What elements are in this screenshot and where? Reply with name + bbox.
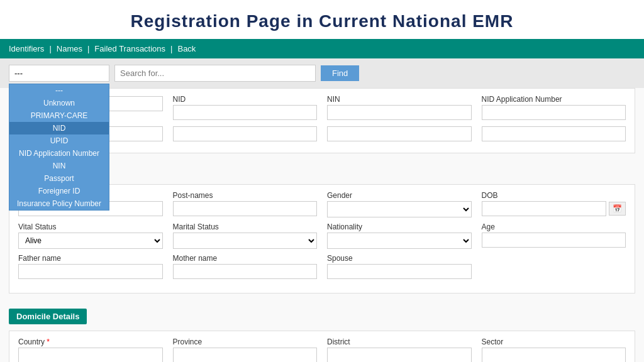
menu-item-unknown[interactable]: Unknown: [9, 97, 109, 109]
spouse-label: Spouse: [327, 254, 472, 263]
post-names-group: Post-names: [173, 191, 318, 217]
age-input[interactable]: [482, 233, 626, 248]
spouse-input[interactable]: [327, 264, 472, 279]
find-button[interactable]: Find: [321, 65, 359, 81]
id-group-nin: NIN: [327, 95, 472, 120]
dob-wrap: 📅: [482, 201, 626, 216]
gender-group: Gender Male Female: [327, 191, 472, 217]
personal-row-2: Vital Status Alive Dead Marital Status S…: [18, 222, 626, 249]
identifier-type-select[interactable]: ---: [9, 65, 109, 82]
vital-status-group: Vital Status Alive Dead: [18, 222, 163, 249]
domicile-district-label: District: [327, 337, 472, 346]
domicile-province-group: Province: [173, 337, 318, 362]
mother-name-input[interactable]: [173, 264, 318, 279]
id-input-nin[interactable]: [327, 105, 472, 120]
id-label-nid-app: NID Application Number: [482, 95, 626, 104]
gender-label: Gender: [327, 191, 472, 200]
domicile-province-input[interactable]: [173, 348, 318, 362]
nationality-select[interactable]: Rwandan Other: [327, 233, 472, 249]
dob-group: DOB 📅: [482, 191, 626, 217]
id-group-nid: NID: [173, 95, 318, 120]
domicile-country-input[interactable]: [18, 348, 163, 362]
id-label-nin: NIN: [327, 95, 472, 104]
post-names-label: Post-names: [173, 191, 318, 200]
nav-identifiers[interactable]: Identifiers: [9, 44, 44, 53]
id-label-nid: NID: [173, 95, 318, 104]
age-label: Age: [482, 222, 626, 231]
domicile-sector-input[interactable]: [482, 348, 626, 362]
father-name-input[interactable]: [18, 264, 163, 279]
id-input-nid-app[interactable]: [482, 105, 626, 120]
menu-item-nid[interactable]: NID: [9, 122, 109, 134]
calendar-icon[interactable]: 📅: [609, 202, 626, 216]
id-group-empty4: [327, 125, 472, 141]
domicile-row-1: Country * Province District Sector: [18, 337, 626, 362]
marital-status-select[interactable]: Single Married Divorced Widowed: [173, 233, 318, 249]
id-input-empty5[interactable]: [482, 126, 626, 141]
nav-failed-transactions[interactable]: Failed Transactions: [94, 44, 165, 53]
domicile-sector-group: Sector: [482, 337, 626, 362]
domicile-details-block: Country * Province District Sector: [9, 331, 635, 362]
personal-row-3: Father name Mother name Spouse: [18, 254, 626, 279]
dob-label: DOB: [482, 191, 626, 200]
spouse-group: Spouse: [327, 254, 472, 279]
father-name-label: Father name: [18, 254, 163, 263]
domicile-country-group: Country *: [18, 337, 163, 362]
search-input[interactable]: [114, 65, 316, 82]
nav-sep-2: |: [82, 44, 94, 53]
nationality-group: Nationality Rwandan Other: [327, 222, 472, 249]
dob-input[interactable]: [482, 201, 607, 216]
id-input-nid[interactable]: [173, 105, 318, 120]
marital-status-group: Marital Status Single Married Divorced W…: [173, 222, 318, 249]
nav-bar: Identifiers | Names | Failed Transaction…: [0, 39, 644, 58]
domicile-country-label: Country *: [18, 337, 163, 346]
menu-item-insurance[interactable]: Insurance Policy Number: [9, 197, 109, 210]
domicile-district-group: District: [327, 337, 472, 362]
menu-item-blank[interactable]: ---: [9, 84, 109, 97]
id-group-empty3: [173, 125, 318, 141]
nav-back[interactable]: Back: [177, 44, 196, 53]
menu-item-primary-care[interactable]: PRIMARY-CARE: [9, 109, 109, 122]
domicile-details-header: Domicile Details: [9, 309, 87, 324]
dropdown-menu: --- Unknown PRIMARY-CARE NID UPID NID Ap…: [9, 84, 109, 211]
menu-item-passport[interactable]: Passport: [9, 172, 109, 185]
mother-name-group: Mother name: [173, 254, 318, 279]
father-name-group: Father name: [18, 254, 163, 279]
nationality-label: Nationality: [327, 222, 472, 231]
domicile-province-label: Province: [173, 337, 318, 346]
marital-status-label: Marital Status: [173, 222, 318, 231]
post-names-input[interactable]: [173, 201, 318, 216]
menu-item-upid[interactable]: UPID: [9, 134, 109, 147]
mother-name-label: Mother name: [173, 254, 318, 263]
domicile-district-input[interactable]: [327, 348, 472, 362]
domicile-sector-label: Sector: [482, 337, 626, 346]
page-title: Registration Page in Current National EM…: [0, 0, 644, 39]
nav-names[interactable]: Names: [57, 44, 82, 53]
search-dropdown-wrap: --- --- Unknown PRIMARY-CARE NID UPID NI…: [9, 65, 109, 82]
domicile-details-section: Domicile Details Country * Province Dist…: [9, 300, 635, 362]
vital-status-select[interactable]: Alive Dead: [18, 233, 163, 249]
nav-sep-1: |: [44, 44, 56, 53]
id-input-empty4[interactable]: [327, 126, 472, 141]
nav-sep-3: |: [165, 44, 177, 53]
menu-item-foreigner[interactable]: Foreigner ID: [9, 185, 109, 197]
id-group-empty5: [482, 125, 626, 141]
id-input-empty3[interactable]: [173, 126, 318, 141]
search-bar: --- --- Unknown PRIMARY-CARE NID UPID NI…: [0, 58, 644, 88]
menu-item-nid-app[interactable]: NID Application Number: [9, 147, 109, 160]
gender-select[interactable]: Male Female: [327, 201, 472, 217]
age-group: Age: [482, 222, 626, 249]
required-star: *: [47, 337, 50, 346]
filler-group: [482, 254, 626, 279]
id-group-nid-app: NID Application Number: [482, 95, 626, 120]
vital-status-label: Vital Status: [18, 222, 163, 231]
menu-item-nin[interactable]: NIN: [9, 160, 109, 172]
